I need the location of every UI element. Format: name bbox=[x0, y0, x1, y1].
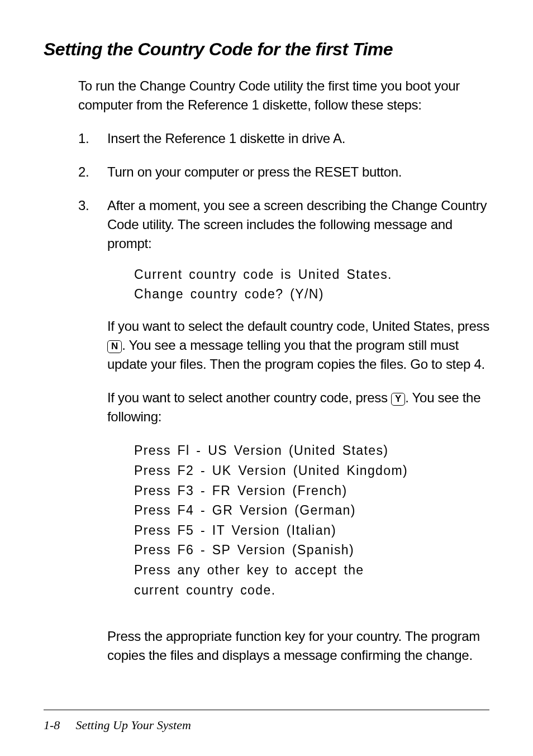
step-2: 2. Turn on your computer or press the RE… bbox=[78, 163, 489, 182]
para-another-country: If you want to select another country co… bbox=[107, 388, 489, 426]
footer-rule bbox=[44, 710, 489, 710]
step-3-text: After a moment, you see a screen describ… bbox=[107, 196, 489, 253]
mono-line: Current country code is United States. bbox=[134, 265, 489, 285]
text-before-n: If you want to select the default countr… bbox=[107, 318, 489, 334]
step-text: Turn on your computer or press the RESET… bbox=[107, 163, 489, 182]
page-number: 1-8 bbox=[44, 718, 60, 732]
step-1: 1. Insert the Reference 1 diskette in dr… bbox=[78, 129, 489, 148]
mono-line: Change country code? (Y/N) bbox=[134, 284, 489, 305]
page-footer: 1-8 Setting Up Your System bbox=[44, 718, 191, 733]
keycap-n: N bbox=[107, 340, 122, 353]
keycap-y: Y bbox=[391, 393, 405, 406]
step-text: After a moment, you see a screen describ… bbox=[107, 196, 489, 612]
step-text: Insert the Reference 1 diskette in drive… bbox=[107, 129, 489, 148]
closing-paragraph: Press the appropriate function key for y… bbox=[107, 627, 489, 665]
step-number: 3. bbox=[78, 196, 107, 612]
mono-line: Press Fl - US Version (United States) bbox=[134, 441, 489, 461]
screen-output-1: Current country code is United States. C… bbox=[134, 265, 489, 305]
step-number: 2. bbox=[78, 163, 107, 182]
step-3: 3. After a moment, you see a screen desc… bbox=[78, 196, 489, 612]
mono-line: Press F6 - SP Version (Spanish) bbox=[134, 540, 489, 560]
mono-line: Press F2 - UK Version (United Kingdom) bbox=[134, 461, 489, 481]
step-number: 1. bbox=[78, 129, 107, 148]
intro-paragraph: To run the Change Country Code utility t… bbox=[78, 77, 489, 115]
mono-line: Press F3 - FR Version (French) bbox=[134, 481, 489, 501]
mono-line: Press F4 - GR Version (German) bbox=[134, 501, 489, 521]
mono-line: Press F5 - IT Version (Italian) bbox=[134, 521, 489, 541]
text-before-y: If you want to select another country co… bbox=[107, 390, 391, 405]
footer-title: Setting Up Your System bbox=[75, 718, 191, 732]
ordered-steps: 1. Insert the Reference 1 diskette in dr… bbox=[78, 129, 489, 612]
mono-line: current country code. bbox=[134, 581, 489, 601]
screen-output-2: Press Fl - US Version (United States) Pr… bbox=[134, 441, 489, 600]
mono-line: Press any other key to accept the bbox=[134, 560, 489, 581]
text-after-n: . You see a message telling you that the… bbox=[107, 337, 485, 372]
para-default-country: If you want to select the default countr… bbox=[107, 317, 489, 374]
section-heading: Setting the Country Code for the first T… bbox=[44, 39, 489, 60]
